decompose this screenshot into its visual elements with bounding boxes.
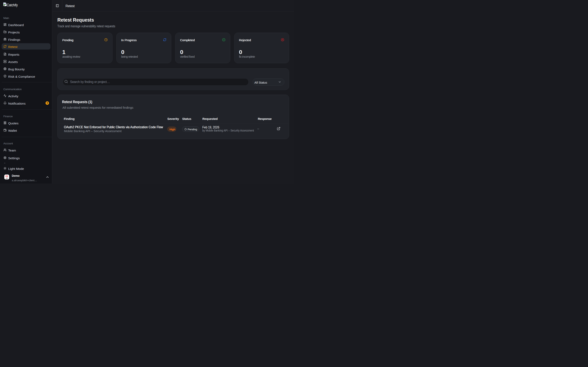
svg-text:SAB: SAB bbox=[6, 178, 8, 179]
